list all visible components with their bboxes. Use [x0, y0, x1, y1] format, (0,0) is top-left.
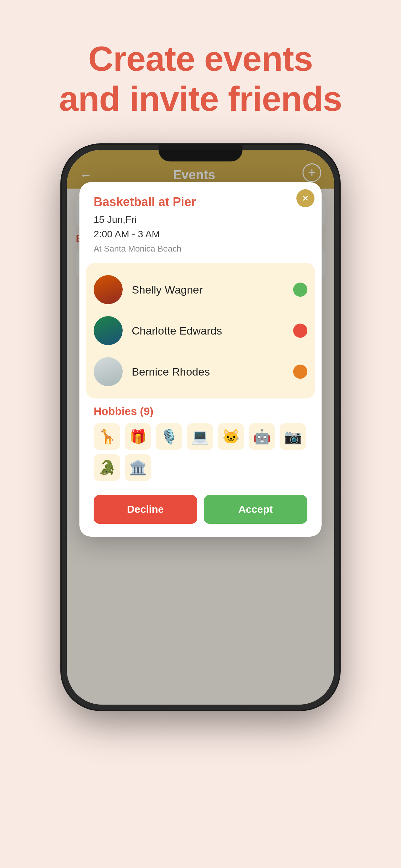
- hobby-gift: 🎁: [125, 423, 151, 450]
- avatar: [94, 316, 123, 345]
- hobby-camera: 📷: [280, 423, 306, 450]
- charlotte-avatar: [94, 316, 123, 345]
- hobbies-section: Hobbies (9) 🦒 🎁 🎙️ 💻 🐱 🤖 📷 🐊 🏛️: [80, 405, 321, 489]
- modal-overlay: × Basketball at Pier 15 Jun,Fri 2:00 AM …: [67, 150, 334, 705]
- hobby-mic: 🎙️: [156, 423, 182, 450]
- modal-header: Basketball at Pier 15 Jun,Fri 2:00 AM - …: [80, 182, 321, 263]
- hobby-cat: 🐱: [218, 423, 244, 450]
- status-dot-green: [293, 283, 307, 297]
- phone-screen: ← Events + P... E... 1... ×: [67, 150, 334, 705]
- hobby-laptop: 💻: [187, 423, 213, 450]
- bernice-avatar: [94, 357, 123, 386]
- hobbies-title: Hobbies (9): [94, 405, 307, 417]
- event-detail-modal: × Basketball at Pier 15 Jun,Fri 2:00 AM …: [80, 182, 321, 537]
- attendee-name: Charlotte Edwards: [132, 324, 293, 337]
- attendees-panel: Shelly Wagner Charlotte Edwards: [86, 263, 315, 399]
- hero-title: Create events and invite friends: [40, 39, 361, 119]
- attendee-name: Bernice Rhodes: [132, 366, 293, 378]
- hobby-museum: 🏛️: [125, 454, 151, 481]
- status-dot-orange: [293, 365, 307, 379]
- attendee-row: Shelly Wagner: [94, 269, 307, 310]
- attendee-name: Shelly Wagner: [132, 283, 293, 296]
- modal-close-button[interactable]: ×: [297, 189, 314, 207]
- event-title: Basketball at Pier: [94, 195, 307, 209]
- event-date: 15 Jun,Fri 2:00 AM - 3 AM: [94, 212, 307, 241]
- attendee-row: Charlotte Edwards: [94, 310, 307, 351]
- accept-button[interactable]: Accept: [204, 495, 307, 524]
- status-dot-red: [293, 323, 307, 338]
- hobby-crocodile: 🐊: [94, 454, 120, 481]
- phone-mockup: ← Events + P... E... 1... ×: [62, 145, 339, 710]
- avatar: [94, 357, 123, 386]
- hobby-giraffe: 🦒: [94, 423, 120, 450]
- phone-shell: ← Events + P... E... 1... ×: [62, 145, 339, 710]
- action-buttons: Decline Accept: [80, 489, 321, 537]
- shelly-avatar: [94, 275, 123, 304]
- decline-button[interactable]: Decline: [94, 495, 197, 524]
- hobby-robot: 🤖: [249, 423, 275, 450]
- event-location: At Santa Monica Beach: [94, 244, 307, 254]
- hobbies-grid: 🦒 🎁 🎙️ 💻 🐱 🤖 📷 🐊 🏛️: [94, 423, 307, 481]
- attendee-row: Bernice Rhodes: [94, 351, 307, 392]
- avatar: [94, 275, 123, 304]
